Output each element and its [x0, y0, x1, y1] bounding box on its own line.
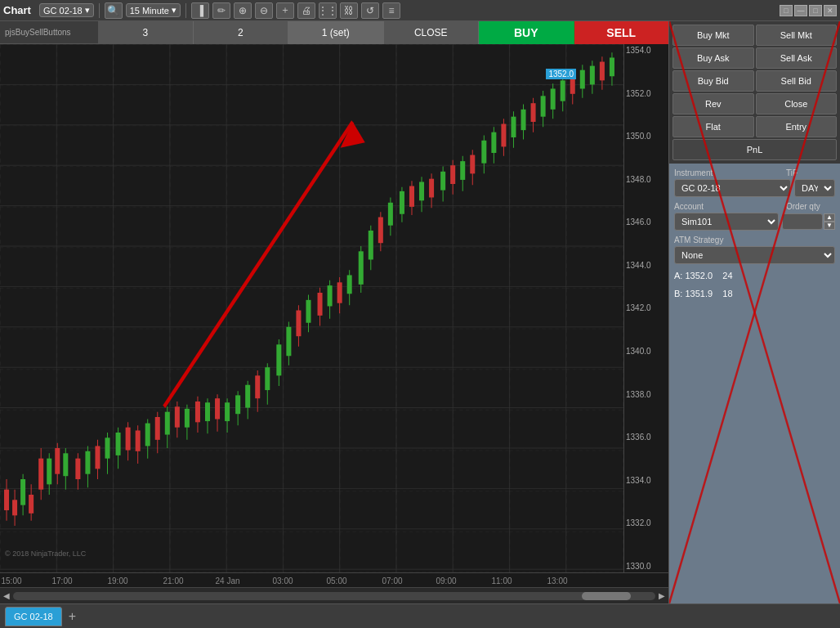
timeframe-selector[interactable]: 15 Minute ▾	[126, 3, 181, 17]
top-bar: Chart GC 02-18 ▾ 🔍 15 Minute ▾ ▐ ✏ ⊕ ⊖ ＋…	[0, 0, 840, 21]
svg-rect-105	[378, 218, 383, 244]
buy-ask-button[interactable]: Buy Ask	[672, 47, 754, 69]
svg-text:15:00: 15:00	[2, 576, 22, 585]
tif-select[interactable]: DAY	[794, 179, 835, 197]
pencil-icon[interactable]: ✏	[212, 2, 230, 19]
chart-main: Pos=0, Avg=0, Account=Sim101 1352.0	[0, 44, 623, 572]
svg-rect-57	[136, 430, 141, 451]
price-1338: 1338.0	[626, 390, 667, 399]
close-order-button[interactable]: Close	[756, 93, 838, 114]
svg-rect-35	[29, 495, 34, 514]
price-1352: 1352.0	[626, 89, 667, 98]
svg-rect-115	[429, 179, 434, 198]
scroll-thumb[interactable]	[582, 592, 631, 600]
svg-rect-95	[328, 285, 333, 306]
scroll-left[interactable]: ◀	[3, 591, 10, 600]
win-restore[interactable]: □	[780, 5, 793, 16]
scroll-right[interactable]: ▶	[659, 591, 665, 600]
add-tab-button[interactable]: +	[65, 609, 79, 624]
scroll-track[interactable]	[13, 592, 655, 600]
price-1330: 1330.0	[626, 562, 667, 571]
sell-mkt-button[interactable]: Sell Mkt	[756, 25, 838, 46]
zoom-out-icon[interactable]: ⊖	[255, 2, 273, 19]
svg-rect-111	[409, 186, 414, 207]
qty-down[interactable]: ▼	[824, 222, 835, 230]
price-1340: 1340.0	[626, 347, 667, 356]
flat-button[interactable]: Flat	[672, 116, 754, 137]
search-icon[interactable]: 🔍	[105, 2, 123, 19]
scroll-bar: ◀ ▶	[0, 587, 668, 603]
plus-icon[interactable]: ＋	[276, 2, 294, 19]
win-close[interactable]: ✕	[824, 5, 837, 16]
bsbar-label: pjsBuySellButtons	[0, 28, 98, 37]
svg-rect-45	[75, 459, 80, 479]
svg-rect-89	[296, 311, 301, 337]
qty-up[interactable]: ▲	[824, 213, 835, 222]
svg-rect-3	[0, 44, 623, 572]
svg-rect-75	[225, 402, 230, 421]
sync-icon[interactable]: ↺	[361, 2, 379, 19]
link-icon[interactable]: ⛓	[340, 2, 358, 19]
close-position-button[interactable]: CLOSE	[384, 21, 480, 44]
right-panel: Buy Mkt Sell Mkt Buy Ask Sell Ask Buy Bi…	[668, 21, 840, 603]
bar-chart-icon[interactable]: ▐	[191, 2, 209, 19]
qty1-button[interactable]: 1 (set)	[288, 21, 384, 44]
svg-rect-149	[600, 62, 605, 81]
tif-label: TiF	[786, 168, 835, 177]
qty-input[interactable]: 1	[782, 213, 823, 230]
price-1346: 1346.0	[626, 218, 667, 227]
x-axis: 15:00 17:00 19:00 21:00 24 Jan 03:00 05:…	[0, 572, 668, 587]
instrument-selector[interactable]: GC 02-18 ▾	[39, 3, 94, 17]
sell-ask-button[interactable]: Sell Ask	[756, 47, 838, 69]
svg-rect-99	[347, 275, 352, 294]
price-1354: 1354.0	[626, 46, 667, 55]
svg-rect-79	[245, 385, 250, 408]
sep1	[99, 3, 100, 18]
instrument-select[interactable]: GC 02-18	[674, 179, 791, 197]
spinner-controls: ▲ ▼	[824, 213, 835, 230]
svg-rect-121	[460, 161, 465, 180]
columns-icon[interactable]: ⋮⋮	[319, 2, 337, 19]
svg-rect-81	[255, 375, 260, 398]
svg-rect-133	[521, 110, 526, 130]
ask-price-row: A: 1352.0 24	[674, 269, 835, 282]
pnl-button[interactable]: PnL	[672, 139, 837, 160]
svg-rect-131	[511, 117, 516, 137]
qty2-button[interactable]: 2	[194, 21, 289, 44]
atm-select[interactable]: None	[674, 246, 835, 264]
list-icon[interactable]: ≡	[382, 2, 400, 19]
buy-bid-button[interactable]: Buy Bid	[672, 70, 754, 92]
buy-button[interactable]: BUY	[479, 21, 574, 44]
tab-gc0218[interactable]: GC 02-18	[5, 607, 62, 626]
svg-rect-139	[551, 88, 556, 109]
svg-rect-39	[47, 459, 51, 485]
buy-mkt-button[interactable]: Buy Mkt	[672, 25, 754, 46]
account-select[interactable]: Sim101	[674, 213, 779, 231]
svg-rect-147	[590, 66, 595, 85]
qty3-button[interactable]: 3	[98, 21, 194, 44]
win-minimize[interactable]: —	[794, 5, 807, 16]
zoom-in-icon[interactable]: ⊕	[234, 2, 252, 19]
print-icon[interactable]: 🖨	[297, 2, 315, 19]
svg-text:11:00: 11:00	[492, 576, 512, 585]
svg-rect-117	[440, 172, 445, 191]
svg-rect-49	[95, 446, 100, 469]
svg-rect-91	[306, 300, 311, 323]
instrument-inputs: GC 02-18 DAY	[674, 179, 835, 197]
order-qty-label: Order qty	[786, 202, 835, 211]
svg-rect-63	[165, 412, 170, 435]
entry-button[interactable]: Entry	[756, 116, 838, 137]
svg-rect-113	[419, 182, 424, 200]
svg-rect-53	[116, 433, 121, 455]
instrument-label: Instrument	[674, 168, 783, 177]
sell-bid-button[interactable]: Sell Bid	[756, 70, 838, 92]
svg-rect-119	[450, 165, 455, 184]
chart-svg	[0, 44, 623, 572]
svg-rect-55	[126, 428, 131, 451]
rev-button[interactable]: Rev	[672, 93, 754, 114]
sell-button[interactable]: SELL	[574, 21, 669, 44]
svg-rect-61	[155, 417, 160, 440]
account-label: Account	[674, 202, 783, 211]
svg-rect-101	[359, 251, 364, 285]
win-maximize[interactable]: □	[809, 5, 822, 16]
